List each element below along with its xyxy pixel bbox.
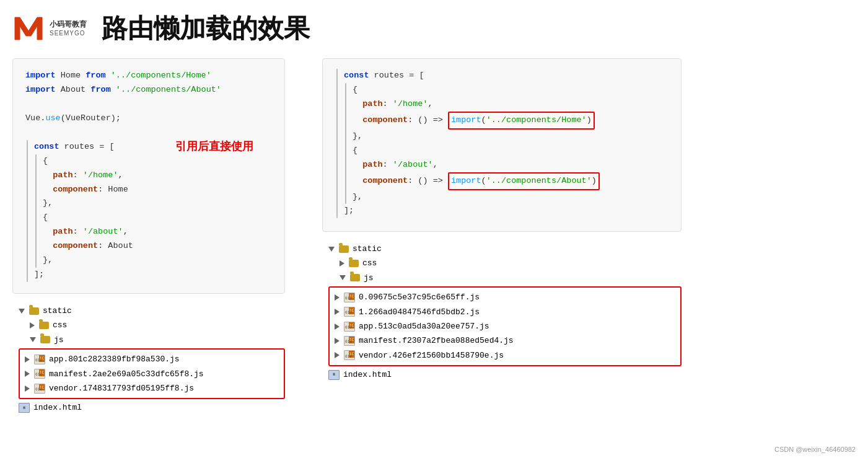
- tree-item-file-app: 1C 010 app.801c2823389fbf98a530.js: [25, 352, 279, 366]
- right-tree-item-js: js: [328, 271, 682, 285]
- red-label: 引用后直接使用: [175, 137, 253, 156]
- logo-en: SEEMYGO: [50, 29, 87, 37]
- folder-icon: [29, 307, 39, 315]
- r-folder-name-static: static: [353, 242, 382, 256]
- code-line-8: path: '/home',: [43, 169, 272, 183]
- arrow-down-icon-js: [30, 337, 36, 342]
- page-title: 路由懒加载的效果: [102, 11, 310, 46]
- r-arrow-manifest: [335, 338, 340, 344]
- r-file-vendor: 1C010 vendor.426ef21560bb1458790e.js: [335, 348, 675, 363]
- arrow-right-icon-manifest: [25, 371, 30, 377]
- code-line-12: path: '/about',: [43, 225, 272, 239]
- code-line-15: ];: [34, 268, 272, 282]
- right-section: const routes = [ { path: '/home', compon…: [322, 58, 682, 415]
- folder-icon-js: [40, 336, 50, 343]
- r-arrow-1: [335, 309, 340, 315]
- logo-text: 小码哥教育 SEEMYGO: [50, 20, 87, 38]
- right-file-tree: static css js 1C010 0: [322, 242, 682, 382]
- r-file-name-index: index.html: [343, 368, 392, 382]
- arrow-right-icon-vendor: [25, 386, 30, 392]
- left-code-panel: import Home from '../components/Home' im…: [12, 58, 285, 294]
- code-line-4: Vue.use(VueRouter);: [25, 112, 272, 126]
- r-file-0: 1C010 0.09675c5e37c95c6e65ff.js: [335, 290, 675, 304]
- r-folder-icon-static: [339, 245, 349, 253]
- right-code-line-6: {: [353, 144, 669, 158]
- r-file-1: 1C010 1.266ad04847546fd5bdb2.js: [335, 305, 675, 319]
- html-file-icon: H: [19, 403, 30, 413]
- right-tree-item-css: css: [328, 256, 682, 270]
- left-section: import Home from '../components/Home' im…: [12, 58, 285, 415]
- folder-name: static: [43, 304, 72, 318]
- tree-item-index: H index.html: [19, 400, 285, 415]
- arrow-down-icon: [19, 309, 25, 314]
- r-js-icon-0: 1C010: [344, 293, 355, 302]
- r-file-name-app: app.513c0ad5da30a20ee757.js: [359, 319, 489, 333]
- logo-cn: 小码哥教育: [50, 20, 87, 30]
- csdn-watermark: CSDN @weixin_46460982: [774, 446, 856, 453]
- code-line-13: component: About: [43, 239, 272, 254]
- js-file-icon-vendor: 1C 010: [34, 384, 45, 394]
- r-folder-name-js: js: [364, 271, 374, 285]
- logo-icon: [12, 12, 45, 45]
- r-js-icon-app: 1C010: [344, 322, 355, 332]
- r-html-icon: H: [328, 370, 340, 380]
- right-code-panel: const routes = [ { path: '/home', compon…: [322, 58, 682, 232]
- right-code-line-8: component: () => import('../components/A…: [353, 172, 669, 190]
- r-js-icon-1: 1C010: [344, 307, 355, 317]
- r-arrow-right-css: [340, 260, 344, 267]
- tree-item-static: static: [19, 304, 285, 318]
- tree-item-css: css: [19, 318, 285, 332]
- right-code-line-5: },: [353, 130, 669, 144]
- r-arrow-down-static: [328, 247, 335, 252]
- r-file-manifest: 1C010 manifest.f2307a2fbea088ed5ed4.js: [335, 333, 675, 348]
- r-file-name-manifest: manifest.f2307a2fbea088ed5ed4.js: [359, 333, 514, 348]
- file-name-vendor: vendor.1748317793fd05195ff8.js: [49, 381, 194, 395]
- tree-item-js: js: [19, 333, 285, 347]
- right-code-line-4: component: () => import('../components/H…: [353, 112, 669, 130]
- r-arrow-down-js: [340, 275, 346, 280]
- r-file-app: 1C010 app.513c0ad5da30a20ee757.js: [335, 319, 675, 333]
- right-code-line-10: ];: [344, 204, 669, 218]
- r-tree-item-index: H index.html: [328, 368, 682, 382]
- right-code-line-3: path: '/home',: [353, 97, 669, 112]
- code-line-9: component: Home: [43, 183, 272, 197]
- tree-item-file-vendor: 1C 010 vendor.1748317793fd05195ff8.js: [25, 381, 279, 395]
- right-code-line-2: {: [353, 83, 669, 97]
- file-name-manifest: manifest.2ae2e69a05c33dfc65f8.js: [49, 367, 204, 381]
- r-file-name-0: 0.09675c5e37c95c6e65ff.js: [359, 290, 480, 304]
- js-file-icon-app: 1C 010: [34, 355, 45, 364]
- file-name-index: index.html: [33, 400, 82, 415]
- right-files-highlight-box: 1C010 0.09675c5e37c95c6e65ff.js 1C010 1.…: [328, 286, 682, 366]
- js-file-icon-manifest: 1C 010: [34, 369, 45, 379]
- logo-area: 小码哥教育 SEEMYGO: [12, 12, 87, 45]
- right-tree-item-static: static: [328, 242, 682, 256]
- import-highlight-about: import('../components/About'): [448, 172, 600, 190]
- r-arrow-app: [335, 324, 340, 330]
- tree-item-file-manifest: 1C 010 manifest.2ae2e69a05c33dfc65f8.js: [25, 367, 279, 381]
- arrow-right-icon-app: [25, 356, 30, 363]
- left-files-highlight-box: 1C 010 app.801c2823389fbf98a530.js 1C 01…: [19, 348, 285, 399]
- right-code-line-7: path: '/about',: [353, 158, 669, 172]
- r-file-name-1: 1.266ad04847546fd5bdb2.js: [359, 305, 480, 319]
- file-name-app: app.801c2823389fbf98a530.js: [49, 352, 180, 366]
- right-code-line-1: const routes = [: [344, 69, 669, 83]
- r-arrow-vendor: [335, 352, 340, 358]
- r-js-icon-manifest: 1C010: [344, 336, 355, 346]
- header: 小码哥教育 SEEMYGO 路由懒加载的效果: [0, 0, 868, 52]
- r-file-name-vendor: vendor.426ef21560bb1458790e.js: [359, 348, 504, 363]
- folder-name-css: css: [53, 318, 67, 332]
- arrow-right-icon: [30, 322, 35, 329]
- r-folder-name-css: css: [362, 256, 377, 270]
- code-line-1: import Home from '../components/Home': [25, 69, 272, 83]
- r-arrow-0: [335, 294, 340, 301]
- r-folder-icon-js: [350, 274, 360, 281]
- right-code-line-9: },: [353, 190, 669, 205]
- code-line-14: },: [43, 254, 272, 268]
- code-line-10: },: [43, 196, 272, 211]
- code-line-3: [25, 97, 272, 112]
- left-file-tree: static css js 1C 010: [12, 304, 285, 415]
- folder-name-js: js: [54, 333, 64, 347]
- folder-icon-css: [39, 322, 49, 329]
- import-highlight-home: import('../components/Home'): [448, 112, 595, 130]
- code-line-11: {: [43, 211, 272, 225]
